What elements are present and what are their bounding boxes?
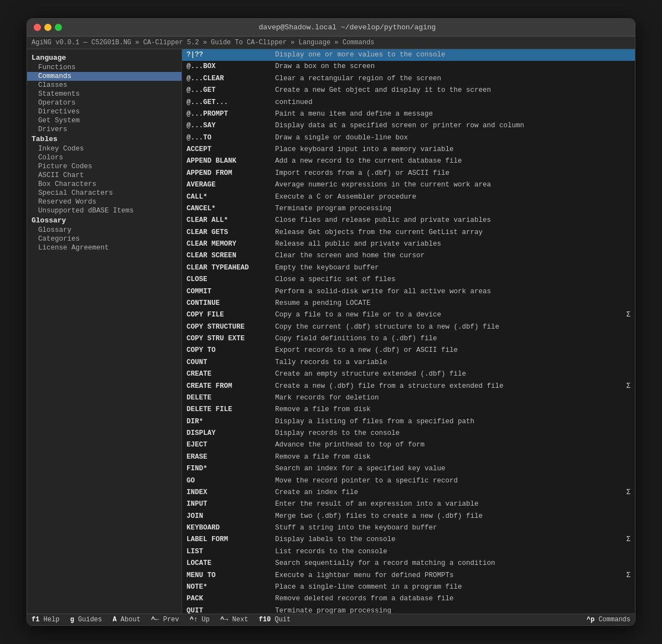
table-row[interactable]: @...SAYDisplay data at a specified scree… — [182, 120, 635, 132]
sidebar: Language Functions Commands Classes Stat… — [27, 49, 182, 614]
command-name: INPUT — [187, 499, 275, 510]
sidebar-item-license-agreement[interactable]: License Agreement — [27, 243, 182, 252]
table-row[interactable]: @...PROMPTPaint a menu item and define a… — [182, 108, 635, 120]
table-row[interactable]: CONTINUEResume a pending LOCATE — [182, 298, 635, 309]
a-key[interactable]: A — [112, 616, 116, 624]
breadcrumb-text: AgiNG v0.0.1 — C52G01B.NG » CA-Clipper 5… — [32, 39, 374, 46]
g-key[interactable]: g — [70, 616, 74, 624]
table-row[interactable]: COPY STRUCTURECopy the current (.dbf) st… — [182, 321, 635, 333]
sidebar-item-glossary[interactable]: Glossary — [27, 226, 182, 235]
table-row[interactable]: INPUTEnter the result of an expression i… — [182, 498, 635, 510]
table-row[interactable]: CREATECreate an empty structure extended… — [182, 368, 635, 380]
sidebar-item-operators[interactable]: Operators — [27, 98, 182, 107]
table-row[interactable]: CLEAR MEMORYRelease all public and priva… — [182, 238, 635, 250]
table-row[interactable]: CLOSEClose a specific set of files — [182, 274, 635, 285]
table-row[interactable]: LISTList records to the console — [182, 546, 635, 558]
prev-key[interactable]: ^← — [151, 616, 159, 624]
table-row[interactable]: DIR*Display a listing of files from a sp… — [182, 416, 635, 428]
sidebar-item-commands[interactable]: Commands — [27, 72, 182, 81]
sidebar-item-statements[interactable]: Statements — [27, 90, 182, 98]
table-row[interactable]: CLEAR ALL*Close files and release public… — [182, 215, 635, 226]
table-row[interactable]: APPEND BLANKAdd a new record to the curr… — [182, 155, 635, 167]
table-row[interactable]: APPEND FROMImport records from a (.dbf) … — [182, 168, 635, 179]
table-row[interactable]: QUITTerminate program processing — [182, 605, 635, 614]
table-row[interactable]: LOCATESearch sequentially for a record m… — [182, 558, 635, 569]
minimize-button[interactable] — [44, 24, 51, 31]
table-row[interactable]: COPY FILECopy a file to a new file or to… — [182, 309, 635, 321]
table-row[interactable]: ?|??Display one or more values to the co… — [182, 49, 635, 61]
command-desc: Execute a C or Assembler procedure — [275, 192, 630, 202]
table-row[interactable]: CLEAR SCREENClear the screen and home th… — [182, 250, 635, 262]
table-row[interactable]: COPY TOExport records to a new (.dbf) or… — [182, 345, 635, 356]
sidebar-item-functions[interactable]: Functions — [27, 63, 182, 72]
sidebar-item-ascii-chart[interactable]: ASCII Chart — [27, 171, 182, 180]
table-row[interactable]: MENU TOExecute a lightbar menu for defin… — [182, 570, 635, 581]
table-row[interactable]: CLEAR TYPEAHEADEmpty the keyboard buffer — [182, 262, 635, 274]
close-button[interactable] — [34, 24, 41, 31]
command-desc: Draw a single or double-line box — [275, 133, 630, 143]
command-desc: List records to the console — [275, 547, 630, 557]
table-row[interactable]: GOMove the record pointer to a specific … — [182, 475, 635, 487]
table-row[interactable]: @...GET...continued — [182, 97, 635, 108]
f1-key[interactable]: f1 — [32, 616, 39, 624]
sidebar-item-special-characters[interactable]: Special Characters — [27, 189, 182, 198]
sidebar-item-reserved-words[interactable]: Reserved Words — [27, 198, 182, 206]
right-key[interactable]: ^p — [587, 616, 594, 624]
command-name: CLOSE — [187, 274, 275, 285]
table-row[interactable]: DISPLAYDisplay records to the console — [182, 428, 635, 439]
command-desc: Execute a lightbar menu for defined PROM… — [275, 570, 619, 581]
table-row[interactable]: @...CLEARClear a rectangular region of t… — [182, 73, 635, 85]
maximize-button[interactable] — [55, 24, 62, 31]
command-name: COPY FILE — [187, 310, 275, 320]
table-row[interactable]: CANCEL*Terminate program processing — [182, 203, 635, 215]
table-row[interactable]: @...BOXDraw a box on the screen — [182, 61, 635, 72]
sidebar-item-drivers[interactable]: Drivers — [27, 125, 182, 134]
table-row[interactable]: FIND*Search an index for a specified key… — [182, 463, 635, 475]
table-row[interactable]: ACCEPTPlace keyboard input into a memory… — [182, 144, 635, 155]
table-row[interactable]: LABEL FORMDisplay labels to the consoleΣ — [182, 534, 635, 546]
up-key[interactable]: ^↑ — [190, 616, 198, 624]
table-row[interactable]: @...TODraw a single or double-line box — [182, 132, 635, 144]
command-desc: Terminate program processing — [275, 606, 630, 614]
table-row[interactable]: PACKRemove deleted records from a databa… — [182, 593, 635, 605]
next-key[interactable]: ^→ — [220, 616, 228, 624]
table-row[interactable]: @...GETCreate a new Get object and displ… — [182, 85, 635, 96]
table-row[interactable]: COMMITPerform a solid-disk write for all… — [182, 286, 635, 298]
sidebar-item-categories[interactable]: Categories — [27, 235, 182, 243]
table-row[interactable]: CLEAR GETSRelease Get objects from the c… — [182, 227, 635, 238]
prev-hint: ^← Prev — [151, 616, 183, 624]
table-row[interactable]: COPY STRU EXTECopy field definitions to … — [182, 333, 635, 345]
command-desc: Search sequentially for a record matchin… — [275, 558, 630, 569]
sidebar-item-box-characters[interactable]: Box Characters — [27, 180, 182, 189]
command-name: @...TO — [187, 133, 275, 143]
sidebar-item-classes[interactable]: Classes — [27, 81, 182, 90]
sidebar-item-colors[interactable]: Colors — [27, 153, 182, 162]
table-row[interactable]: KEYBOARDStuff a string into the keyboard… — [182, 522, 635, 534]
sidebar-item-directives[interactable]: Directives — [27, 107, 182, 116]
table-row[interactable]: DELETEMark records for deletion — [182, 392, 635, 404]
table-row[interactable]: CREATE FROMCreate a new (.dbf) file from… — [182, 381, 635, 392]
f10-key[interactable]: f10 — [259, 616, 271, 624]
table-row[interactable]: COUNTTally records to a variable — [182, 357, 635, 368]
command-desc: continued — [275, 97, 630, 108]
sidebar-item-get-system[interactable]: Get System — [27, 116, 182, 125]
command-desc: Clear the screen and home the cursor — [275, 251, 630, 261]
table-row[interactable]: CALL*Execute a C or Assembler procedure — [182, 191, 635, 203]
command-name: COUNT — [187, 357, 275, 368]
table-row[interactable]: ERASERemove a file from disk — [182, 451, 635, 463]
table-row[interactable]: AVERAGEAverage numeric expressions in th… — [182, 179, 635, 191]
table-row[interactable]: EJECTAdvance the printhead to top of for… — [182, 439, 635, 451]
content-area[interactable]: ?|??Display one or more values to the co… — [182, 49, 635, 614]
sigma-icon: Σ — [619, 534, 630, 545]
table-row[interactable]: NOTE*Place a single-line comment in a pr… — [182, 581, 635, 593]
table-row[interactable]: DELETE FILERemove a file from disk — [182, 404, 635, 416]
table-row[interactable]: JOINMerge two (.dbf) files to create a n… — [182, 511, 635, 522]
main-content: Language Functions Commands Classes Stat… — [27, 49, 635, 614]
sidebar-item-picture-codes[interactable]: Picture Codes — [27, 162, 182, 171]
sidebar-item-inkey-codes[interactable]: Inkey Codes — [27, 144, 182, 153]
command-desc: Draw a box on the screen — [275, 61, 630, 72]
prev-text: Prev — [163, 616, 179, 624]
table-row[interactable]: INDEXCreate an index fileΣ — [182, 487, 635, 498]
a-hint: A About — [112, 616, 144, 624]
sidebar-item-unsupported-dbase[interactable]: Unsupported dBASE Items — [27, 206, 182, 215]
